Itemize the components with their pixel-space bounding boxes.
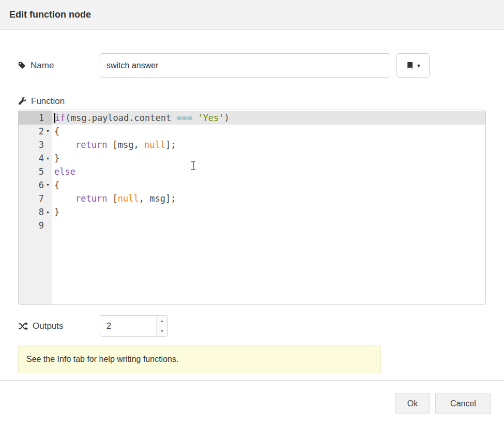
- code-lines: 1if(msg.payload.content === 'Yes')2▾{3 r…: [19, 110, 485, 232]
- ok-button[interactable]: Ok: [395, 393, 430, 414]
- code-text[interactable]: }: [52, 205, 485, 219]
- fold-widget-icon[interactable]: ▴: [44, 205, 52, 219]
- code-line: 3 return [msg, null];: [19, 138, 485, 151]
- tag-icon: [18, 62, 26, 69]
- cancel-button[interactable]: Cancel: [435, 393, 491, 414]
- gutter-cell: 5: [19, 165, 52, 178]
- code-text[interactable]: else: [52, 165, 485, 178]
- gutter-cell: 7: [19, 192, 52, 205]
- outputs-spinner: ▲ ▼: [100, 315, 168, 337]
- line-number: 7: [39, 192, 44, 205]
- fold-widget-icon[interactable]: ▴: [44, 151, 52, 165]
- gutter-cell: 6▾: [19, 178, 52, 192]
- text-cursor-pointer: [191, 161, 196, 170]
- caret-down-icon: ▾: [417, 62, 420, 69]
- edit-function-node-dialog: Edit function node Name: [0, 0, 504, 426]
- name-label: Name: [18, 60, 100, 71]
- gutter-cell: 3: [19, 138, 52, 151]
- code-line: 7 return [null, msg];: [19, 192, 485, 205]
- code-line: 2▾{: [19, 125, 485, 138]
- line-number: 8: [39, 205, 44, 219]
- code-text[interactable]: return [msg, null];: [52, 138, 485, 151]
- name-input[interactable]: [100, 53, 390, 78]
- function-label-text: Function: [31, 96, 65, 106]
- form-tip: See the Info tab for help writing functi…: [18, 345, 381, 373]
- line-number: 1: [39, 111, 44, 125]
- outputs-label: Outputs: [18, 321, 100, 331]
- name-row: Name ▾: [18, 53, 486, 78]
- outputs-row: Outputs ▲ ▼: [18, 315, 486, 337]
- book-icon: [406, 62, 414, 70]
- name-label-text: Name: [30, 60, 54, 71]
- code-text[interactable]: if(msg.payload.content === 'Yes'): [52, 111, 485, 125]
- outputs-label-text: Outputs: [33, 321, 64, 331]
- fold-widget-icon[interactable]: ▾: [44, 178, 52, 192]
- code-line: 4▴}: [19, 151, 485, 165]
- function-label: Function: [18, 96, 100, 106]
- line-number: 5: [39, 165, 44, 178]
- code-line: 8▴}: [19, 205, 485, 219]
- gutter-cell: 9: [19, 219, 52, 232]
- code-text[interactable]: }: [52, 151, 485, 165]
- line-number: 4: [39, 151, 44, 165]
- line-number: 9: [39, 219, 44, 232]
- code-line: 9: [19, 219, 485, 232]
- fold-widget-icon[interactable]: ▾: [44, 125, 52, 138]
- line-number: 3: [39, 138, 44, 151]
- code-text[interactable]: [52, 219, 485, 232]
- code-text[interactable]: return [null, msg];: [52, 192, 485, 205]
- function-label-row: Function: [18, 96, 486, 106]
- spinner-buttons: ▲ ▼: [156, 316, 167, 336]
- code-text[interactable]: {: [52, 125, 485, 138]
- wrench-icon: [18, 97, 26, 105]
- dialog-footer: Ok Cancel: [0, 381, 504, 426]
- form-tip-text: See the Info tab for help writing functi…: [26, 355, 178, 364]
- dialog-title: Edit function node: [9, 9, 91, 20]
- gutter-cell: 2▾: [19, 125, 52, 138]
- gutter-cell: 8▴: [19, 205, 52, 219]
- line-number: 6: [39, 178, 44, 192]
- library-dropdown-button[interactable]: ▾: [396, 53, 430, 78]
- shuffle-icon: [18, 322, 28, 330]
- dialog-body: Name ▾: [0, 29, 504, 381]
- code-line: 6▾{: [19, 178, 485, 192]
- dialog-header: Edit function node: [0, 0, 504, 29]
- code-line: 5else: [19, 165, 485, 178]
- outputs-increment-button[interactable]: ▲: [157, 316, 167, 326]
- code-line: 1if(msg.payload.content === 'Yes'): [19, 111, 485, 125]
- code-text[interactable]: {: [52, 178, 485, 192]
- outputs-decrement-button[interactable]: ▼: [157, 326, 167, 336]
- function-code-editor[interactable]: 1if(msg.payload.content === 'Yes')2▾{3 r…: [18, 110, 486, 305]
- gutter-cell: 1: [19, 111, 52, 125]
- gutter-cell: 4▴: [19, 151, 52, 165]
- line-number: 2: [39, 125, 44, 138]
